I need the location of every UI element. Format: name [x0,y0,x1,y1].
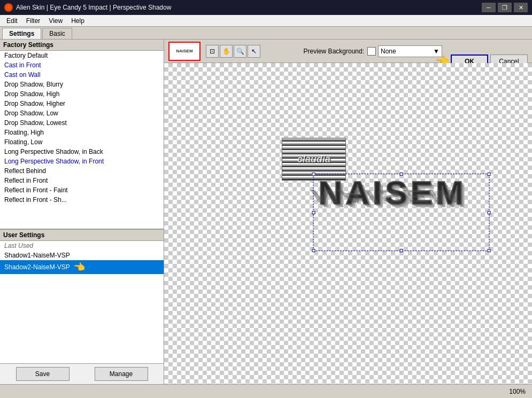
right-panel: 👈 OK Cancel NAISEM ⊡ ✋ [164,40,532,384]
zoom-in-button[interactable]: 🔍 [234,45,246,58]
preview-thumbnail: NAISEM [168,42,201,61]
cursor-tool-icon: ↖ [251,48,257,55]
pointer-icon: 👈 [73,261,85,273]
menu-filter[interactable]: Filter [22,16,45,26]
status-bar: 100% [0,384,532,398]
zoom-to-fit-button[interactable]: ⊡ [206,45,219,58]
app-icon [4,3,13,12]
list-item[interactable]: Drop Shadow, High [0,89,164,99]
hand-tool-icon: ✋ [222,48,230,55]
list-item[interactable]: Drop Shadow, Blurry [0,80,164,89]
zoom-in-icon: 🔍 [236,48,244,55]
list-item[interactable]: Reflect in Front - Sh... [0,195,164,205]
zoom-to-fit-icon: ⊡ [210,48,215,55]
shadow-preview-text: NAISEM [306,187,467,205]
menu-bar: Edit Filter View Help [0,15,532,27]
user-preset-2[interactable]: Shadow2-NaiseM-VSP 👈 [0,260,164,274]
preview-bg-label: Preview Background: [304,48,364,55]
user-settings-list: Last Used Shadow1-NaiseM-VSP Shadow2-Nai… [0,241,164,274]
list-item[interactable]: Long Perspective Shadow, in Front [0,157,164,166]
list-item[interactable]: Floating, High [0,128,164,137]
user-settings-section: User Settings Last Used Shadow1-NaiseM-V… [0,229,164,384]
tab-basic[interactable]: Basic [42,28,72,39]
handle-mr[interactable] [488,211,491,214]
tab-bar: Settings Basic [0,27,532,40]
list-item[interactable]: Reflect in Front [0,176,164,185]
preview-wrapper: NAISEM NAISEM [319,176,467,238]
dropdown-arrow-icon: ▼ [433,48,440,55]
list-item[interactable]: Reflect in Front - Faint [0,185,164,195]
handle-tr[interactable] [488,173,491,176]
title-bar: Alien Skin | Eye Candy 5 Impact | Perspe… [0,0,532,15]
list-item[interactable]: Reflect Behind [0,166,164,176]
preview-bg-select: None ▼ [367,45,442,57]
list-item[interactable]: Cast on Wall [0,70,164,80]
left-panel: Factory Settings Factory Default Cast in… [0,40,164,384]
toolbar-left: NAISEM ⊡ ✋ 🔍 ↖ [168,42,260,61]
thumbnail-text: NAISEM [176,49,192,53]
menu-edit[interactable]: Edit [2,16,22,26]
window-title: Alien Skin | Eye Candy 5 Impact | Perspe… [16,4,171,11]
list-item[interactable]: Cast in Front [0,60,164,70]
list-item[interactable]: Factory Default [0,51,164,60]
list-item[interactable]: Floating, Low [0,137,164,147]
tab-settings[interactable]: Settings [2,28,41,39]
user-preset-1[interactable]: Shadow1-NaiseM-VSP [0,251,164,260]
toolbar-right: Preview Background: None ▼ [304,45,442,57]
factory-settings-list: Factory Default Cast in Front Cast on Wa… [0,51,164,205]
color-swatch[interactable] [367,47,376,56]
last-used-header: Last Used [0,241,164,251]
cursor-tool-button[interactable]: ↖ [248,45,260,58]
main-layout: Factory Settings Factory Default Cast in… [0,40,532,384]
minimize-button[interactable]: ─ [482,3,496,12]
list-item[interactable]: Drop Shadow, Low [0,108,164,118]
handle-bm[interactable] [400,249,403,252]
menu-help[interactable]: Help [67,16,89,26]
save-button[interactable]: Save [16,367,70,381]
preview-bg-dropdown[interactable]: None ▼ [378,45,442,57]
handle-ml[interactable] [312,211,315,214]
list-item[interactable]: Drop Shadow, Higher [0,99,164,108]
factory-settings-section: Factory Settings Factory Default Cast in… [0,40,164,229]
zoom-level: 100% [509,388,526,395]
list-item[interactable]: Drop Shadow, Lowest [0,118,164,128]
preview-area[interactable]: claudia NAISEM NAISEM [164,63,532,384]
window-controls: ─ ❐ ✕ [482,3,528,12]
close-button[interactable]: ✕ [514,3,528,12]
factory-settings-header: Factory Settings [0,40,164,51]
user-settings-list-container[interactable]: Last Used Shadow1-NaiseM-VSP Shadow2-Nai… [0,241,164,363]
manage-button[interactable]: Manage [95,367,148,381]
handle-br[interactable] [488,249,491,252]
restore-button[interactable]: ❐ [498,3,512,12]
list-item[interactable]: Long Perspective Shadow, in Back [0,147,164,157]
menu-view[interactable]: View [44,16,67,26]
hand-tool-button[interactable]: ✋ [220,45,233,58]
user-settings-header: User Settings [0,230,164,241]
bottom-buttons: Save Manage [0,363,164,384]
handle-bl[interactable] [312,249,315,252]
toolbar-icons: ⊡ ✋ 🔍 ↖ [206,45,260,58]
factory-settings-list-container[interactable]: Factory Default Cast in Front Cast on Wa… [0,51,164,229]
claudia-label: claudia [297,154,330,165]
